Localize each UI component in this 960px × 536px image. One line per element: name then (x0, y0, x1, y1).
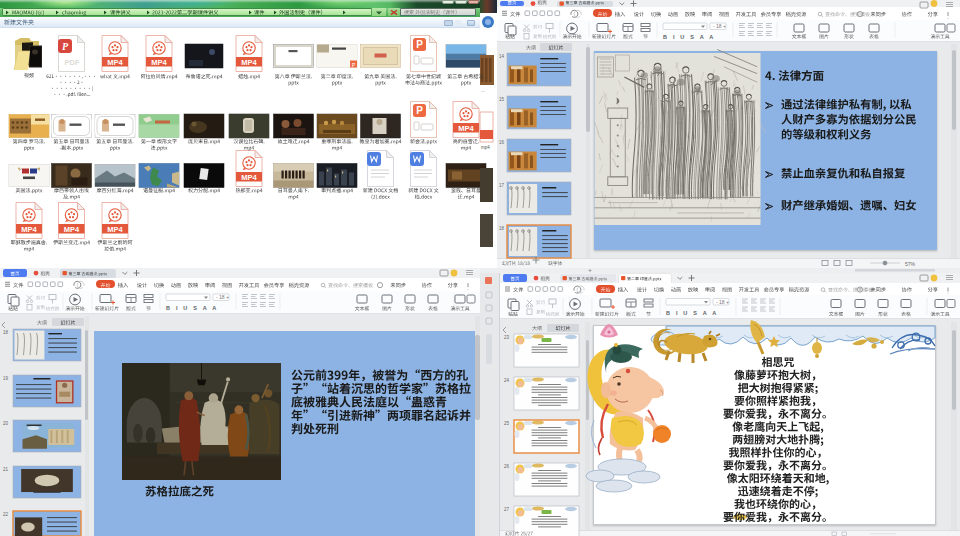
svg-text:mp4: mp4 (481, 145, 490, 150)
svg-text:23: 23 (504, 335, 510, 340)
svg-text:24: 24 (504, 378, 510, 383)
svg-text:B I U S A A: B I U S A A (166, 305, 218, 311)
svg-text:16: 16 (499, 140, 505, 145)
svg-text:MP4: MP4 (64, 225, 80, 234)
svg-text:- 18 +: - 18 + (716, 299, 729, 305)
svg-text:18: 18 (3, 330, 9, 335)
svg-text:57%: 57% (905, 261, 916, 267)
svg-text:MP4: MP4 (151, 58, 167, 67)
svg-text:MP4: MP4 (21, 225, 37, 234)
svg-text:MP4: MP4 (107, 225, 123, 234)
svg-text:- 18 +: - 18 + (713, 23, 726, 29)
svg-text:MP4: MP4 (458, 124, 474, 133)
svg-text:PDF: PDF (65, 58, 80, 67)
svg-text:15: 15 (499, 97, 505, 102)
svg-text:MP4: MP4 (241, 58, 257, 67)
svg-text:- 18 +: - 18 + (216, 294, 229, 300)
svg-text:14: 14 (499, 54, 505, 59)
svg-text:...: ... (481, 88, 485, 93)
svg-text:P: P (416, 39, 423, 50)
svg-text:P: P (352, 62, 356, 68)
svg-text:B I U S A A: B I U S A A (663, 34, 715, 40)
svg-text:19: 19 (3, 376, 9, 381)
svg-text:22: 22 (3, 512, 9, 517)
svg-text:25: 25 (504, 421, 510, 426)
svg-text:18: 18 (499, 226, 505, 231)
svg-text:P: P (62, 41, 69, 52)
svg-text:21: 21 (3, 467, 9, 472)
svg-text:26: 26 (504, 464, 510, 469)
svg-text:20: 20 (3, 421, 9, 426)
svg-text:B I U S A A: B I U S A A (666, 310, 718, 316)
svg-text:27: 27 (504, 507, 510, 512)
svg-text:P: P (416, 105, 423, 116)
svg-text:MP4: MP4 (107, 58, 123, 67)
svg-text:17: 17 (499, 183, 505, 188)
svg-text:MP4: MP4 (241, 173, 257, 182)
